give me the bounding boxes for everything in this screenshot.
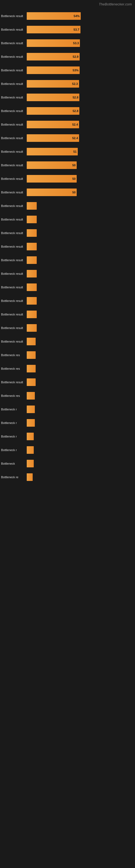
bar — [27, 283, 37, 291]
bar-label: Bottleneck result — [1, 177, 27, 180]
bar-row: Bottleneck res — [1, 390, 132, 402]
bar: 53% — [27, 66, 80, 74]
bar-row: Bottleneck result51 — [1, 146, 132, 158]
bar — [27, 460, 34, 467]
bar-wrapper — [27, 324, 132, 332]
bar — [27, 270, 37, 278]
bar — [27, 419, 35, 427]
bar-label: Bottleneck r — [1, 408, 27, 411]
bar-wrapper: 52.3 — [27, 80, 132, 88]
bar-wrapper — [27, 229, 132, 237]
bar-row: Bottleneck res — [1, 349, 132, 361]
bar-label: Bottleneck res — [1, 394, 27, 397]
bar-wrapper — [27, 419, 132, 427]
bar: 50 — [27, 188, 77, 196]
bar-value: 53.7 — [74, 28, 79, 31]
bar-row: Bottleneck r — [1, 417, 132, 429]
bar-label: Bottleneck result — [1, 163, 27, 167]
bar-value: 52.4 — [72, 123, 78, 126]
bar-label: Bottleneck result — [1, 41, 27, 45]
bar-wrapper: 53.7 — [27, 26, 132, 33]
bar-wrapper — [27, 216, 132, 223]
bar — [27, 297, 37, 305]
bar-label: Bottleneck res — [1, 367, 27, 370]
bar-wrapper: 50 — [27, 161, 132, 169]
bar: 52.9 — [27, 53, 80, 61]
bar-value: 53% — [73, 69, 79, 72]
bar-value: 51 — [73, 150, 77, 153]
bar-label: Bottleneck result — [1, 14, 27, 18]
bar-row: Bottleneck result53.3 — [1, 37, 132, 49]
bar-wrapper — [27, 446, 132, 454]
bar-wrapper — [27, 378, 132, 386]
bar-row: Bottleneck result52.8 — [1, 105, 132, 117]
bar — [27, 229, 37, 237]
bar-label: Bottleneck result — [1, 136, 27, 140]
bar-row: Bottleneck — [1, 458, 132, 469]
bar-wrapper — [27, 243, 132, 250]
bar — [27, 256, 37, 264]
bar: 52.8 — [27, 107, 79, 115]
bar-row: Bottleneck result52.4 — [1, 132, 132, 144]
bar: 50 — [27, 175, 77, 183]
bar-row: Bottleneck result — [1, 281, 132, 293]
bar-row: Bottleneck result — [1, 308, 132, 320]
bar-wrapper: 50 — [27, 175, 132, 183]
bar-label: Bottleneck result — [1, 96, 27, 99]
bar-label: Bottleneck result — [1, 286, 27, 289]
bar-row: Bottleneck result52.8 — [1, 91, 132, 103]
bar-value: 52.8 — [73, 96, 78, 99]
bar-wrapper: 52.9 — [27, 53, 132, 61]
bar-row: Bottleneck r — [1, 403, 132, 415]
bar-row: Bottleneck r — [1, 444, 132, 456]
bar-value: 52.8 — [73, 109, 78, 113]
bar: 53.3 — [27, 39, 80, 47]
bar-label: Bottleneck result — [1, 340, 27, 343]
bar-label: Bottleneck result — [1, 55, 27, 58]
bar-row: Bottleneck re — [1, 471, 132, 483]
bar: 53.7 — [27, 26, 81, 33]
bar-row: Bottleneck result50 — [1, 173, 132, 185]
bar-wrapper: 52.8 — [27, 94, 132, 101]
bar-value: 50 — [72, 163, 76, 167]
bar-label: Bottleneck r — [1, 421, 27, 425]
bar-row: Bottleneck result — [1, 254, 132, 266]
bar — [27, 311, 37, 318]
bar-wrapper: 53.3 — [27, 39, 132, 47]
bar-label: Bottleneck result — [1, 380, 27, 384]
bar-label: Bottleneck — [1, 462, 27, 465]
bar-label: Bottleneck res — [1, 353, 27, 357]
site-title: TheBottlenecker.com — [0, 0, 135, 7]
bar-wrapper — [27, 351, 132, 359]
bar — [27, 405, 35, 413]
bar-row: Bottleneck result — [1, 295, 132, 307]
bar-wrapper — [27, 433, 132, 440]
bar-label: Bottleneck re — [1, 475, 27, 479]
bar — [27, 473, 33, 481]
bar-label: Bottleneck r — [1, 435, 27, 438]
bar-row: Bottleneck result — [1, 322, 132, 334]
bar-label: Bottleneck result — [1, 218, 27, 221]
bar-row: Bottleneck result53.7 — [1, 24, 132, 35]
bar: 51 — [27, 148, 78, 155]
bar-label: Bottleneck result — [1, 245, 27, 248]
bar-wrapper — [27, 473, 132, 481]
bar-label: Bottleneck result — [1, 82, 27, 86]
bar-wrapper — [27, 338, 132, 345]
bar-row: Bottleneck result52.3 — [1, 78, 132, 90]
bar-wrapper: 53% — [27, 66, 132, 74]
bar-row: Bottleneck result52.4 — [1, 119, 132, 130]
bar-wrapper — [27, 365, 132, 372]
bar-wrapper — [27, 460, 132, 467]
bar-wrapper: 50 — [27, 188, 132, 196]
bar — [27, 324, 37, 332]
bar-row: Bottleneck r — [1, 431, 132, 442]
bar-row: Bottleneck result — [1, 227, 132, 239]
bar-label: Bottleneck result — [1, 272, 27, 275]
bar — [27, 243, 37, 250]
bar: 52.4 — [27, 134, 79, 142]
bar-row: Bottleneck result52.9 — [1, 51, 132, 63]
bar-label: Bottleneck result — [1, 123, 27, 126]
bar: 52.3 — [27, 80, 79, 88]
bar-label: Bottleneck result — [1, 109, 27, 113]
